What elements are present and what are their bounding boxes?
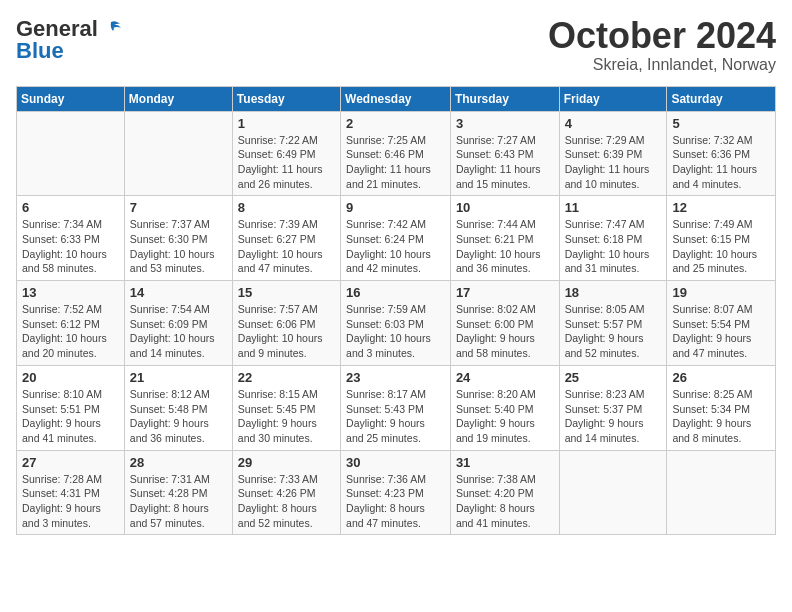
day-info: Sunrise: 7:22 AMSunset: 6:49 PMDaylight:…	[238, 133, 335, 192]
calendar-cell: 19Sunrise: 8:07 AMSunset: 5:54 PMDayligh…	[667, 281, 776, 366]
location-title: Skreia, Innlandet, Norway	[548, 56, 776, 74]
day-info: Sunrise: 8:10 AMSunset: 5:51 PMDaylight:…	[22, 387, 119, 446]
day-info: Sunrise: 8:05 AMSunset: 5:57 PMDaylight:…	[565, 302, 662, 361]
day-info: Sunrise: 7:57 AMSunset: 6:06 PMDaylight:…	[238, 302, 335, 361]
day-info: Sunrise: 8:15 AMSunset: 5:45 PMDaylight:…	[238, 387, 335, 446]
calendar-cell: 9Sunrise: 7:42 AMSunset: 6:24 PMDaylight…	[341, 196, 451, 281]
weekday-header: Tuesday	[232, 86, 340, 111]
calendar-cell: 21Sunrise: 8:12 AMSunset: 5:48 PMDayligh…	[124, 365, 232, 450]
weekday-header: Thursday	[450, 86, 559, 111]
logo: General Blue	[16, 16, 122, 64]
day-number: 12	[672, 200, 770, 215]
day-number: 13	[22, 285, 119, 300]
calendar-week-row: 1Sunrise: 7:22 AMSunset: 6:49 PMDaylight…	[17, 111, 776, 196]
calendar-cell	[17, 111, 125, 196]
day-number: 31	[456, 455, 554, 470]
day-info: Sunrise: 8:20 AMSunset: 5:40 PMDaylight:…	[456, 387, 554, 446]
day-info: Sunrise: 7:27 AMSunset: 6:43 PMDaylight:…	[456, 133, 554, 192]
day-number: 15	[238, 285, 335, 300]
weekday-header: Wednesday	[341, 86, 451, 111]
calendar-cell: 14Sunrise: 7:54 AMSunset: 6:09 PMDayligh…	[124, 281, 232, 366]
weekday-header: Saturday	[667, 86, 776, 111]
calendar-cell: 31Sunrise: 7:38 AMSunset: 4:20 PMDayligh…	[450, 450, 559, 535]
day-info: Sunrise: 7:36 AMSunset: 4:23 PMDaylight:…	[346, 472, 445, 531]
logo-blue: Blue	[16, 38, 64, 64]
calendar-week-row: 13Sunrise: 7:52 AMSunset: 6:12 PMDayligh…	[17, 281, 776, 366]
day-info: Sunrise: 7:44 AMSunset: 6:21 PMDaylight:…	[456, 217, 554, 276]
calendar-cell: 13Sunrise: 7:52 AMSunset: 6:12 PMDayligh…	[17, 281, 125, 366]
day-number: 16	[346, 285, 445, 300]
title-block: October 2024 Skreia, Innlandet, Norway	[548, 16, 776, 74]
calendar-cell: 20Sunrise: 8:10 AMSunset: 5:51 PMDayligh…	[17, 365, 125, 450]
day-number: 24	[456, 370, 554, 385]
calendar-cell: 5Sunrise: 7:32 AMSunset: 6:36 PMDaylight…	[667, 111, 776, 196]
day-info: Sunrise: 7:38 AMSunset: 4:20 PMDaylight:…	[456, 472, 554, 531]
day-info: Sunrise: 7:32 AMSunset: 6:36 PMDaylight:…	[672, 133, 770, 192]
calendar-cell: 22Sunrise: 8:15 AMSunset: 5:45 PMDayligh…	[232, 365, 340, 450]
calendar-cell: 10Sunrise: 7:44 AMSunset: 6:21 PMDayligh…	[450, 196, 559, 281]
day-number: 18	[565, 285, 662, 300]
calendar-body: 1Sunrise: 7:22 AMSunset: 6:49 PMDaylight…	[17, 111, 776, 535]
day-number: 7	[130, 200, 227, 215]
day-number: 23	[346, 370, 445, 385]
day-info: Sunrise: 8:17 AMSunset: 5:43 PMDaylight:…	[346, 387, 445, 446]
day-info: Sunrise: 8:12 AMSunset: 5:48 PMDaylight:…	[130, 387, 227, 446]
day-number: 17	[456, 285, 554, 300]
calendar-cell: 15Sunrise: 7:57 AMSunset: 6:06 PMDayligh…	[232, 281, 340, 366]
day-number: 1	[238, 116, 335, 131]
day-number: 6	[22, 200, 119, 215]
day-info: Sunrise: 7:47 AMSunset: 6:18 PMDaylight:…	[565, 217, 662, 276]
day-info: Sunrise: 7:59 AMSunset: 6:03 PMDaylight:…	[346, 302, 445, 361]
day-number: 2	[346, 116, 445, 131]
calendar-cell: 6Sunrise: 7:34 AMSunset: 6:33 PMDaylight…	[17, 196, 125, 281]
calendar-cell: 30Sunrise: 7:36 AMSunset: 4:23 PMDayligh…	[341, 450, 451, 535]
day-info: Sunrise: 7:52 AMSunset: 6:12 PMDaylight:…	[22, 302, 119, 361]
calendar-cell: 29Sunrise: 7:33 AMSunset: 4:26 PMDayligh…	[232, 450, 340, 535]
weekday-header: Sunday	[17, 86, 125, 111]
day-number: 3	[456, 116, 554, 131]
logo-bird-icon	[100, 18, 122, 40]
day-number: 9	[346, 200, 445, 215]
calendar-week-row: 20Sunrise: 8:10 AMSunset: 5:51 PMDayligh…	[17, 365, 776, 450]
day-number: 4	[565, 116, 662, 131]
month-title: October 2024	[548, 16, 776, 56]
day-number: 20	[22, 370, 119, 385]
day-info: Sunrise: 7:34 AMSunset: 6:33 PMDaylight:…	[22, 217, 119, 276]
calendar-cell: 25Sunrise: 8:23 AMSunset: 5:37 PMDayligh…	[559, 365, 667, 450]
calendar-cell: 12Sunrise: 7:49 AMSunset: 6:15 PMDayligh…	[667, 196, 776, 281]
header: General Blue October 2024 Skreia, Innlan…	[16, 16, 776, 74]
calendar-cell: 17Sunrise: 8:02 AMSunset: 6:00 PMDayligh…	[450, 281, 559, 366]
day-info: Sunrise: 8:25 AMSunset: 5:34 PMDaylight:…	[672, 387, 770, 446]
day-number: 26	[672, 370, 770, 385]
day-info: Sunrise: 7:33 AMSunset: 4:26 PMDaylight:…	[238, 472, 335, 531]
calendar-cell: 7Sunrise: 7:37 AMSunset: 6:30 PMDaylight…	[124, 196, 232, 281]
day-number: 27	[22, 455, 119, 470]
day-number: 14	[130, 285, 227, 300]
day-info: Sunrise: 7:31 AMSunset: 4:28 PMDaylight:…	[130, 472, 227, 531]
day-info: Sunrise: 7:42 AMSunset: 6:24 PMDaylight:…	[346, 217, 445, 276]
day-number: 19	[672, 285, 770, 300]
calendar-week-row: 27Sunrise: 7:28 AMSunset: 4:31 PMDayligh…	[17, 450, 776, 535]
calendar-cell	[124, 111, 232, 196]
calendar-cell	[667, 450, 776, 535]
calendar-cell: 26Sunrise: 8:25 AMSunset: 5:34 PMDayligh…	[667, 365, 776, 450]
day-number: 28	[130, 455, 227, 470]
calendar-cell: 16Sunrise: 7:59 AMSunset: 6:03 PMDayligh…	[341, 281, 451, 366]
weekday-header: Friday	[559, 86, 667, 111]
calendar-cell: 11Sunrise: 7:47 AMSunset: 6:18 PMDayligh…	[559, 196, 667, 281]
day-number: 10	[456, 200, 554, 215]
day-info: Sunrise: 7:54 AMSunset: 6:09 PMDaylight:…	[130, 302, 227, 361]
day-info: Sunrise: 7:49 AMSunset: 6:15 PMDaylight:…	[672, 217, 770, 276]
calendar-cell: 1Sunrise: 7:22 AMSunset: 6:49 PMDaylight…	[232, 111, 340, 196]
calendar-header-row: SundayMondayTuesdayWednesdayThursdayFrid…	[17, 86, 776, 111]
calendar-week-row: 6Sunrise: 7:34 AMSunset: 6:33 PMDaylight…	[17, 196, 776, 281]
calendar-cell: 24Sunrise: 8:20 AMSunset: 5:40 PMDayligh…	[450, 365, 559, 450]
calendar-cell	[559, 450, 667, 535]
day-number: 5	[672, 116, 770, 131]
day-number: 25	[565, 370, 662, 385]
calendar-cell: 3Sunrise: 7:27 AMSunset: 6:43 PMDaylight…	[450, 111, 559, 196]
weekday-header: Monday	[124, 86, 232, 111]
day-info: Sunrise: 7:29 AMSunset: 6:39 PMDaylight:…	[565, 133, 662, 192]
day-info: Sunrise: 7:28 AMSunset: 4:31 PMDaylight:…	[22, 472, 119, 531]
calendar-cell: 4Sunrise: 7:29 AMSunset: 6:39 PMDaylight…	[559, 111, 667, 196]
